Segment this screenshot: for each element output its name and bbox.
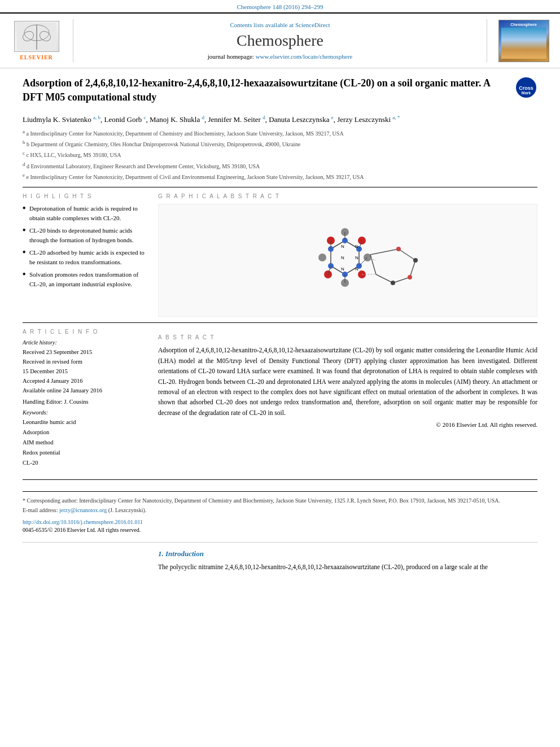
- intro-content: 1. Introduction The polycyclic nitramine…: [158, 549, 537, 572]
- crossmark-icon[interactable]: Cross Mark: [516, 77, 536, 98]
- keyword-5: CL-20: [23, 458, 147, 468]
- highlights: Deprotonation of humic acids is required…: [23, 204, 147, 289]
- highlight-2: CL-20 binds to deprotonated humic acids …: [23, 226, 147, 244]
- keywords-section: Keywords: Leonardite humic acid Adsorpti…: [23, 409, 147, 468]
- keyword-2: Adsorption: [23, 427, 147, 438]
- svg-text:N: N: [355, 244, 358, 249]
- affil-e: e e Interdisciplinary Center for Nanotox…: [23, 172, 537, 181]
- affil-a: a a Interdisciplinary Center for Nanotox…: [23, 128, 537, 138]
- header-section: ELSEVIER Contents lists available at Sci…: [0, 12, 560, 68]
- issn-text: 0045-6535/© 2016 Elsevier Ltd. All right…: [23, 527, 537, 533]
- svg-point-37: [413, 258, 418, 263]
- section-divider-3: [23, 479, 537, 480]
- svg-text:N: N: [355, 255, 358, 260]
- highlights-label: H I G H L I G H T S: [23, 193, 147, 199]
- journal-homepage: journal homepage: www.elsevier.com/locat…: [208, 53, 352, 60]
- received-revised-label: Received in revised form: [23, 357, 147, 367]
- footnote-section: * Corresponding author: Interdisciplinar…: [23, 491, 537, 514]
- sciencedirect-link[interactable]: ScienceDirect: [295, 21, 330, 28]
- highlight-1: Deprotonation of humic acids is required…: [23, 204, 147, 222]
- main-content: Adsorption of 2,4,6,8,10,12-hexanitro-2,…: [0, 68, 560, 580]
- keyword-3: AIM method: [23, 438, 147, 448]
- contents-text: Contents lists available at: [230, 21, 294, 28]
- revised-date: 15 December 2015: [23, 367, 147, 377]
- svg-point-38: [408, 275, 412, 279]
- keywords-list: Leonardite humic acid Adsorption AIM met…: [23, 417, 147, 468]
- highlight-3: CL-20 adsorbed by humic acids is expecte…: [23, 248, 147, 267]
- article-title-section: Adsorption of 2,4,6,8,10,12-hexanitro-2,…: [23, 76, 537, 109]
- footnote-email-link[interactable]: jerzy@icnanotox.org: [59, 507, 107, 513]
- affiliations: a a Interdisciplinary Center for Nanotox…: [23, 128, 537, 182]
- abstract-label: A B S T R A C T: [158, 334, 537, 340]
- graphical-abstract-section: G R A P H I C A L A B S T R A C T: [158, 193, 537, 317]
- section-divider-1: [23, 187, 537, 187]
- journal-reference: Chemosphere 148 (2016) 294–299: [237, 3, 323, 10]
- svg-rect-8: [257, 209, 438, 311]
- article-info-col: A R T I C L E I N F O Article history: R…: [23, 329, 147, 468]
- article-history-label: Article history:: [23, 339, 147, 346]
- received-date: Received 23 September 2015: [23, 348, 147, 357]
- highlights-graphical-row: H I G H L I G H T S Deprotonation of hum…: [23, 193, 537, 317]
- article-dates: Received 23 September 2015 Received in r…: [23, 348, 147, 395]
- article-info-label: A R T I C L E I N F O: [23, 329, 147, 335]
- svg-text:N: N: [341, 267, 344, 272]
- footnote-email-label: E-mail address:: [23, 507, 58, 513]
- svg-text:Mark: Mark: [522, 91, 531, 95]
- abstract-text: Adsorption of 2,4,6,8,10,12-hexanitro-2,…: [158, 345, 537, 418]
- svg-point-17: [318, 254, 326, 261]
- abstract-copyright: © 2016 Elsevier Ltd. All rights reserved…: [158, 421, 537, 428]
- intro-divider: [23, 542, 537, 543]
- header-main: Contents lists available at ScienceDirec…: [73, 19, 487, 62]
- graphical-abstract-label: G R A P H I C A L A B S T R A C T: [158, 193, 537, 199]
- intro-text: The polycyclic nitramine 2,4,6,8,10,12-h…: [158, 562, 537, 572]
- top-bar: Chemosphere 148 (2016) 294–299: [0, 0, 560, 12]
- svg-text:N: N: [341, 255, 344, 260]
- crossmark[interactable]: Cross Mark: [515, 76, 537, 99]
- keyword-4: Redox potential: [23, 448, 147, 458]
- footnote-email-author: (J. Leszczynski).: [108, 507, 146, 513]
- doi-link[interactable]: http://dx.doi.org/10.1016/j.chemosphere.…: [23, 519, 537, 525]
- affil-c: c c HX5, LLC, Vicksburg, MS 39180, USA: [23, 150, 537, 159]
- intro-heading: 1. Introduction: [158, 549, 537, 558]
- info-abstract-row: A R T I C L E I N F O Article history: R…: [23, 329, 537, 468]
- handling-editor: Handling Editor: J. Cousins: [23, 399, 147, 405]
- highlights-section: H I G H L I G H T S Deprotonation of hum…: [23, 193, 147, 317]
- molecule-image: N N N N N N: [158, 204, 537, 317]
- svg-text:N: N: [355, 267, 358, 272]
- highlight-4: Solvation promotes redox transformation …: [23, 270, 147, 289]
- authors: Liudmyla K. Sviatenko a, b, Leonid Gorb …: [23, 115, 537, 124]
- intro-left-spacer: [23, 549, 147, 572]
- svg-point-36: [396, 247, 401, 251]
- bottom-links: http://dx.doi.org/10.1016/j.chemosphere.…: [23, 519, 537, 533]
- accepted-date: Accepted 4 January 2016: [23, 377, 147, 386]
- journal-cover: Chemosphere: [498, 20, 549, 62]
- article-title: Adsorption of 2,4,6,8,10,12-hexanitro-2,…: [23, 76, 509, 104]
- elsevier-logo: ELSEVIER: [14, 21, 59, 60]
- sciencedirect-notice: Contents lists available at ScienceDirec…: [230, 21, 330, 28]
- available-date: Available online 24 January 2016: [23, 386, 147, 396]
- header-left: ELSEVIER: [0, 19, 73, 62]
- intro-section: 1. Introduction The polycyclic nitramine…: [23, 549, 537, 572]
- elsevier-logo-image: [14, 21, 59, 52]
- affil-b: b b Department of Organic Chemistry, Ole…: [23, 139, 537, 148]
- elsevier-text: ELSEVIER: [20, 54, 53, 60]
- keywords-title: Keywords:: [23, 409, 147, 416]
- abstract-col: A B S T R A C T Adsorption of 2,4,6,8,10…: [158, 334, 537, 468]
- svg-text:N: N: [341, 244, 344, 249]
- affil-d: d d Environmental Laboratory, Engineer R…: [23, 161, 537, 171]
- keyword-1: Leonardite humic acid: [23, 417, 147, 427]
- homepage-url[interactable]: www.elsevier.com/locate/chemosphere: [256, 53, 353, 60]
- journal-title-display: Chemosphere: [237, 32, 323, 50]
- footnote-email-row: E-mail address: jerzy@icnanotox.org (J. …: [23, 506, 537, 514]
- svg-point-39: [391, 281, 395, 285]
- cover-title: Chemosphere: [510, 23, 537, 27]
- homepage-label: journal homepage:: [208, 53, 254, 60]
- section-divider-2: [23, 322, 537, 323]
- footnote-corresponding: * Corresponding author: Interdisciplinar…: [23, 496, 537, 505]
- header-right: Chemosphere: [487, 19, 560, 62]
- svg-text:Cross: Cross: [519, 85, 533, 91]
- highlights-list: Deprotonation of humic acids is required…: [23, 204, 147, 289]
